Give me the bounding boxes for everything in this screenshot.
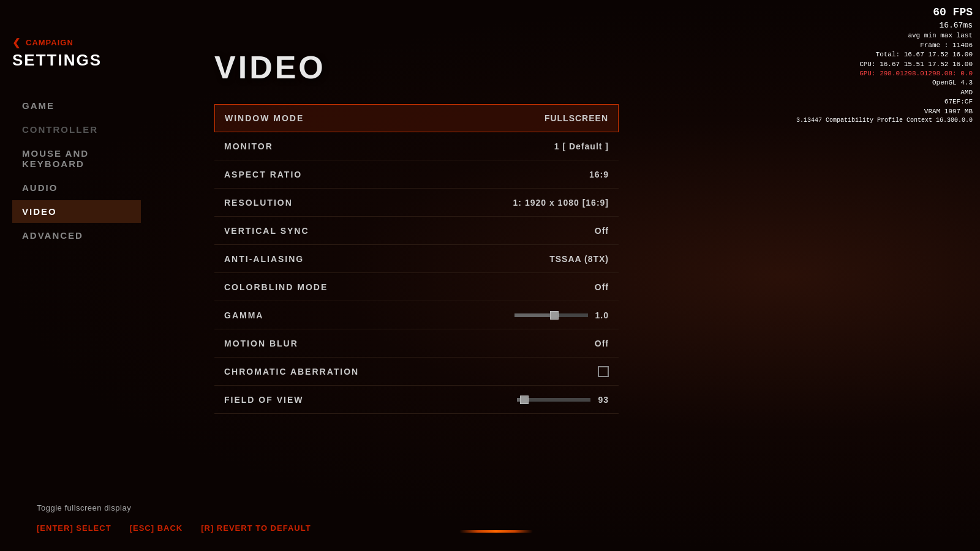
setting-value-window-mode: FULLSCREEN bbox=[545, 113, 608, 123]
slider-container-gamma[interactable]: 1.0 bbox=[514, 310, 609, 320]
slider-fill-gamma bbox=[514, 313, 551, 317]
setting-row-resolution[interactable]: RESOLUTION1: 1920 x 1080 [16:9] bbox=[214, 189, 619, 217]
bottom-bar: Toggle fullscreen display [ENTER] SELECT… bbox=[37, 503, 956, 533]
setting-row-fov[interactable]: FIELD OF VIEW93 bbox=[214, 386, 619, 414]
setting-row-chromatic-aberration[interactable]: CHROMATIC ABERRATION bbox=[214, 358, 619, 386]
setting-row-aspect-ratio[interactable]: ASPECT RATIO16:9 bbox=[214, 160, 619, 189]
setting-label-motion-blur: MOTION BLUR bbox=[224, 339, 298, 348]
fps-total: Total: 16.67 17.52 16.00 bbox=[796, 50, 973, 59]
fps-overlay: 60 FPS 16.67ms avg min max last Frame : … bbox=[796, 5, 973, 125]
fps-vram-cf: 67EF:CF bbox=[796, 97, 973, 107]
sidebar: ❮ CAMPAIGN SETTINGS GAMECONTROLLERMOUSE … bbox=[0, 0, 153, 551]
setting-label-colorblind: COLORBLIND MODE bbox=[224, 282, 328, 292]
setting-row-anti-aliasing[interactable]: ANTI-ALIASINGTSSAA (8TX) bbox=[214, 245, 619, 273]
nav-menu: GAMECONTROLLERMOUSE AND KEYBOARDAUDIOVID… bbox=[12, 94, 141, 247]
sidebar-item-game[interactable]: GAME bbox=[12, 94, 141, 117]
setting-value-resolution: 1: 1920 x 1080 [16:9] bbox=[513, 198, 609, 208]
sidebar-item-video[interactable]: VIDEO bbox=[12, 200, 141, 223]
setting-value-anti-aliasing: TSSAA (8TX) bbox=[549, 254, 609, 264]
back-label: CAMPAIGN bbox=[26, 38, 74, 47]
setting-row-motion-blur[interactable]: MOTION BLUROff bbox=[214, 329, 619, 358]
slider-track-fov[interactable] bbox=[517, 398, 590, 402]
setting-label-gamma: GAMMA bbox=[224, 310, 263, 320]
setting-label-window-mode: WINDOW MODE bbox=[225, 113, 304, 123]
back-button[interactable]: ❮ CAMPAIGN bbox=[12, 37, 141, 48]
control-back: [ESC] BACK bbox=[130, 523, 183, 533]
setting-value-motion-blur: Off bbox=[595, 339, 609, 348]
setting-row-monitor[interactable]: MONITOR1 [ Default ] bbox=[214, 132, 619, 160]
fps-frame: Frame : 11406 bbox=[796, 41, 973, 50]
setting-row-colorblind[interactable]: COLORBLIND MODEOff bbox=[214, 273, 619, 301]
sidebar-item-controller: CONTROLLER bbox=[12, 118, 141, 141]
setting-value-vsync: Off bbox=[595, 226, 609, 236]
sidebar-item-audio[interactable]: AUDIO bbox=[12, 176, 141, 199]
setting-row-gamma[interactable]: GAMMA1.0 bbox=[214, 301, 619, 329]
setting-value-aspect-ratio: 16:9 bbox=[589, 170, 609, 179]
control-revert: [R] REVERT TO DEFAULT bbox=[201, 523, 311, 533]
fps-header: avg min max last bbox=[796, 31, 973, 40]
sidebar-item-mouse-keyboard[interactable]: MOUSE AND KEYBOARD bbox=[12, 142, 141, 175]
setting-value-colorblind: Off bbox=[595, 282, 609, 292]
fps-value: 60 FPS bbox=[796, 5, 973, 20]
setting-label-anti-aliasing: ANTI-ALIASING bbox=[224, 254, 304, 264]
checkbox-chromatic-aberration[interactable] bbox=[598, 366, 609, 377]
settings-list: WINDOW MODEFULLSCREENMONITOR1 [ Default … bbox=[214, 104, 619, 414]
slider-track-gamma[interactable] bbox=[514, 313, 588, 317]
control-select: [ENTER] SELECT bbox=[37, 523, 111, 533]
setting-label-fov: FIELD OF VIEW bbox=[224, 395, 303, 405]
setting-label-monitor: MONITOR bbox=[224, 141, 273, 151]
setting-row-window-mode[interactable]: WINDOW MODEFULLSCREEN bbox=[214, 104, 619, 132]
slider-value-gamma: 1.0 bbox=[595, 310, 609, 320]
fps-ms: 16.67ms bbox=[796, 20, 973, 31]
fps-gpu: GPU: 298.01298.01298.08: 0.0 bbox=[796, 69, 973, 78]
setting-label-resolution: RESOLUTION bbox=[224, 198, 293, 208]
setting-label-chromatic-aberration: CHROMATIC ABERRATION bbox=[224, 367, 359, 377]
slider-container-fov[interactable]: 93 bbox=[517, 395, 609, 405]
deco-line bbox=[459, 530, 533, 533]
fps-amd: AMD bbox=[796, 88, 973, 97]
sidebar-item-advanced[interactable]: ADVANCED bbox=[12, 224, 141, 247]
hint-text: Toggle fullscreen display bbox=[37, 503, 956, 512]
settings-title: SETTINGS bbox=[12, 51, 141, 70]
slider-thumb-gamma[interactable] bbox=[550, 311, 559, 320]
fps-vram: VRAM 1997 MB bbox=[796, 107, 973, 116]
fps-opengl: OpenGL 4.3 bbox=[796, 78, 973, 88]
slider-value-fov: 93 bbox=[598, 395, 609, 405]
back-arrow-icon: ❮ bbox=[12, 37, 21, 48]
fps-profile: 3.13447 Compatibility Profile Context 16… bbox=[796, 116, 973, 125]
setting-label-vsync: VERTICAL SYNC bbox=[224, 226, 309, 236]
fps-cpu: CPU: 16.67 15.51 17.52 16.00 bbox=[796, 60, 973, 69]
slider-thumb-fov[interactable] bbox=[520, 395, 529, 404]
fps-table: avg min max last Frame : 11406 Total: 16… bbox=[796, 31, 973, 78]
setting-row-vsync[interactable]: VERTICAL SYNCOff bbox=[214, 217, 619, 245]
setting-label-aspect-ratio: ASPECT RATIO bbox=[224, 170, 302, 179]
setting-value-monitor: 1 [ Default ] bbox=[554, 141, 609, 151]
